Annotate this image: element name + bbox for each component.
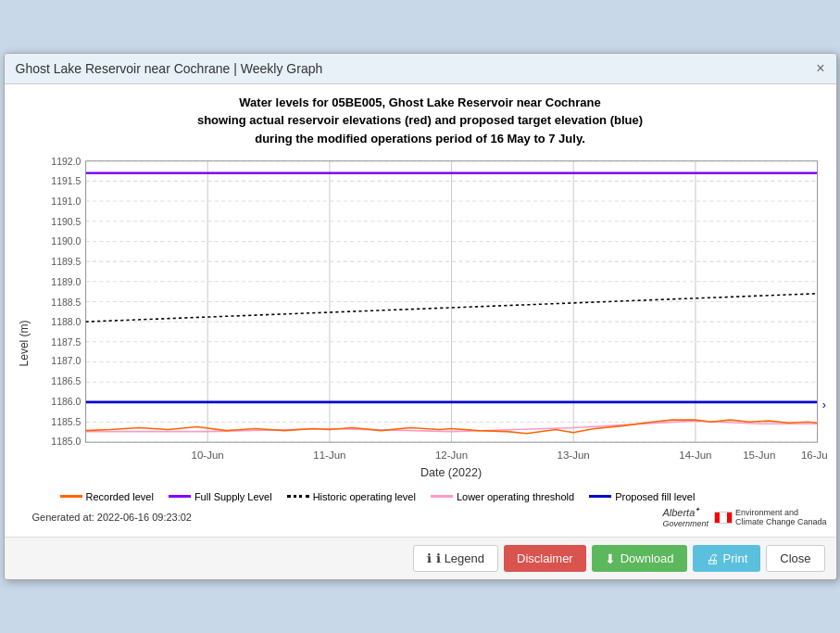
svg-text:1186.5: 1186.5	[51, 376, 81, 386]
close-button-label: Close	[780, 551, 810, 565]
svg-text:12-Jun: 12-Jun	[434, 449, 467, 461]
generated-at-text: Generated at: 2022-06-16 09:23:02	[32, 512, 192, 523]
print-icon: 🖨	[706, 551, 719, 566]
legend-proposed-fill: Proposed fill level	[589, 491, 695, 502]
print-button-label: Print	[723, 551, 748, 565]
legend-icon: ℹ	[427, 551, 432, 565]
svg-text:14-Jun: 14-Jun	[679, 449, 711, 461]
legend-historic: Historic operating level	[287, 491, 416, 502]
svg-text:1187.0: 1187.0	[51, 357, 81, 367]
svg-text:1192.0: 1192.0	[51, 157, 81, 167]
svg-text:1190.0: 1190.0	[51, 236, 81, 247]
svg-text:11-Jun: 11-Jun	[313, 449, 345, 461]
svg-text:13-Jun: 13-Jun	[557, 449, 589, 461]
svg-text:1188.0: 1188.0	[51, 317, 81, 327]
legend-recorded-level-label: Recorded level	[86, 491, 154, 502]
svg-text:1186.0: 1186.0	[51, 397, 81, 407]
recorded-level-line	[60, 495, 82, 498]
svg-text:10-Jun: 10-Jun	[191, 449, 223, 461]
chart-container: Level (m)	[14, 155, 827, 532]
modal-footer: ℹ ℹ Legend Disclaimer ⬇ Download 🖨 Print…	[5, 537, 836, 579]
y-axis-label: Level (m)	[14, 155, 32, 532]
svg-text:Date (2022): Date (2022)	[420, 466, 481, 479]
legend-full-supply: Full Supply Level	[169, 491, 272, 502]
chart-title: Water levels for 05BE005, Ghost Lake Res…	[14, 94, 827, 148]
canada-flag-icon	[714, 512, 733, 524]
modal-title: Ghost Lake Reservoir near Cochrane | Wee…	[16, 61, 323, 76]
svg-text:1185.0: 1185.0	[51, 437, 81, 447]
logos: Alberta✦ Government Environment andClima…	[662, 506, 826, 529]
modal-close-x-button[interactable]: ×	[816, 61, 824, 76]
chart-area: 1192.0 1191.5 1191.0 1190.5 1190.0 1189.…	[32, 155, 827, 487]
historic-line	[287, 495, 309, 498]
legend-lower-threshold-label: Lower operating threshold	[457, 491, 574, 502]
download-button[interactable]: ⬇ Download	[592, 545, 687, 572]
chart-inner: 1192.0 1191.5 1191.0 1190.5 1190.0 1189.…	[32, 155, 827, 532]
modal-header: Ghost Lake Reservoir near Cochrane | Wee…	[5, 54, 836, 84]
svg-text:1189.5: 1189.5	[51, 257, 81, 267]
alberta-logo: Alberta✦ Government	[662, 506, 708, 529]
legend-area: Recorded level Full Supply Level Histori…	[32, 487, 827, 504]
svg-text:1191.5: 1191.5	[51, 176, 81, 186]
print-button[interactable]: 🖨 Print	[693, 545, 761, 572]
generated-row: Generated at: 2022-06-16 09:23:02 Albert…	[32, 504, 827, 533]
svg-text:1191.0: 1191.0	[51, 196, 81, 207]
chart-svg: 1192.0 1191.5 1191.0 1190.5 1190.0 1189.…	[32, 155, 827, 487]
legend-button-label: ℹ Legend	[436, 551, 484, 565]
svg-text:1190.5: 1190.5	[51, 217, 81, 227]
svg-text:1189.0: 1189.0	[51, 277, 81, 287]
svg-text:1185.5: 1185.5	[51, 417, 81, 427]
svg-text:1187.5: 1187.5	[51, 337, 81, 348]
modal-body: Water levels for 05BE005, Ghost Lake Res…	[5, 84, 836, 538]
legend-proposed-fill-label: Proposed fill level	[615, 491, 695, 502]
legend-full-supply-label: Full Supply Level	[194, 491, 272, 502]
disclaimer-button-label: Disclaimer	[517, 551, 573, 565]
svg-text:›: ›	[821, 399, 825, 411]
legend-recorded-level: Recorded level	[60, 491, 154, 502]
legend-historic-label: Historic operating level	[313, 491, 416, 502]
svg-text:1188.5: 1188.5	[51, 298, 81, 308]
download-button-label: Download	[621, 551, 674, 565]
disclaimer-button[interactable]: Disclaimer	[504, 545, 586, 572]
canada-logo: Environment andClimate Change Canada	[714, 508, 827, 526]
svg-text:15-Jun: 15-Jun	[743, 449, 775, 461]
full-supply-line	[169, 495, 191, 498]
download-icon: ⬇	[605, 551, 616, 566]
svg-text:16-Jun: 16-Jun	[800, 449, 826, 461]
proposed-fill-line	[589, 495, 611, 498]
legend-button[interactable]: ℹ ℹ Legend	[413, 545, 498, 572]
legend-lower-threshold: Lower operating threshold	[431, 491, 574, 502]
close-button[interactable]: Close	[766, 545, 824, 572]
modal-window: Ghost Lake Reservoir near Cochrane | Wee…	[4, 53, 837, 581]
lower-threshold-line	[431, 495, 453, 498]
